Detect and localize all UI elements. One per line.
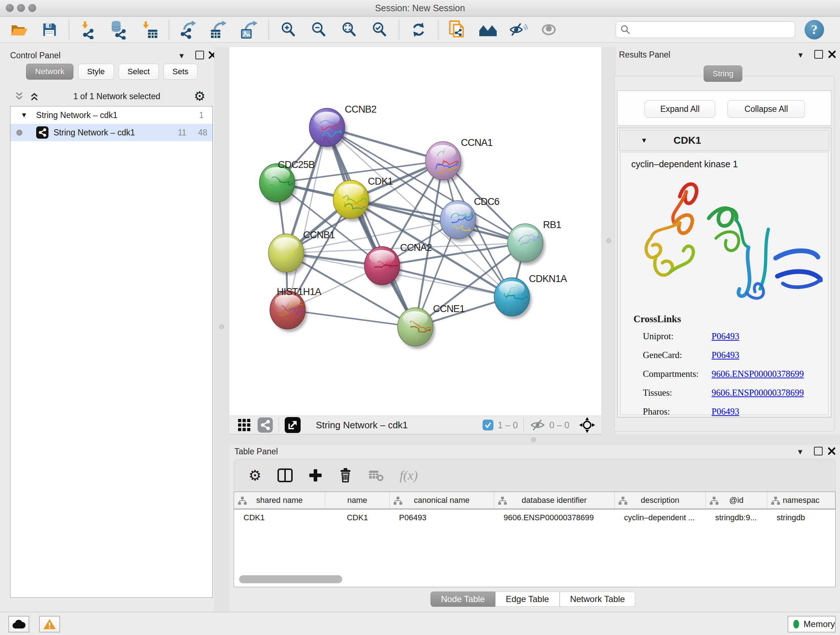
tab-string-results[interactable]: String: [704, 65, 742, 82]
save-session-icon[interactable]: [40, 20, 59, 40]
table-cell[interactable]: CDK1: [234, 513, 325, 523]
refresh-icon[interactable]: [409, 20, 428, 40]
collapse-section-icon[interactable]: ▼: [641, 136, 647, 144]
node-label: HIST1H1A: [277, 287, 321, 297]
close-panel-icon[interactable]: [827, 50, 837, 59]
network-node[interactable]: RB1: [508, 219, 561, 265]
crosslink-value[interactable]: P06493: [712, 331, 739, 341]
tab-edge-table[interactable]: Edge Table: [495, 592, 560, 607]
table-cell[interactable]: stringdb:9...: [706, 513, 767, 523]
crosslink-value[interactable]: P06493: [712, 350, 739, 360]
zoom-fit-icon[interactable]: [339, 20, 359, 40]
tab-network-table[interactable]: Network Table: [560, 592, 636, 607]
tab-select[interactable]: Select: [118, 64, 159, 80]
network-options-gear-icon[interactable]: ⚙: [194, 90, 205, 103]
table-row[interactable]: CDK1CDK1P064939606.ENSP00000378699cyclin…: [234, 509, 835, 526]
clone-network-icon[interactable]: [448, 20, 467, 40]
panel-menu-icon[interactable]: ▼: [797, 51, 804, 59]
network-canvas[interactable]: CCNB2CCNA1CDC25BCDK1CDC6RB1CCNB1CCNA2CDK…: [229, 47, 601, 416]
expand-all-tree-icon[interactable]: [14, 91, 25, 101]
import-network-icon[interactable]: [79, 20, 98, 40]
zoom-selected-icon[interactable]: [370, 20, 389, 40]
tab-node-table[interactable]: Node Table: [431, 592, 495, 607]
import-table-icon[interactable]: [140, 20, 159, 40]
network-edge[interactable]: [327, 127, 415, 327]
show-columns-icon[interactable]: [278, 469, 293, 482]
gene-section-header[interactable]: ▼ CDK1: [619, 130, 829, 151]
horizontal-splitter[interactable]: [229, 434, 840, 445]
zoom-out-icon[interactable]: [309, 20, 328, 40]
open-session-icon[interactable]: [9, 20, 29, 40]
function-builder-icon[interactable]: f(x): [400, 468, 418, 483]
show-all-icon[interactable]: [539, 20, 559, 40]
collapse-collection-icon[interactable]: ▼: [21, 111, 27, 119]
column-header-database-identifier[interactable]: database identifier: [494, 492, 615, 509]
export-image-icon[interactable]: [240, 20, 259, 40]
network-collection-row[interactable]: ▼ String Network – cdk1 1: [11, 106, 212, 124]
horizontal-scrollbar[interactable]: [239, 575, 342, 583]
delete-table-icon[interactable]: [369, 469, 384, 481]
column-header-description[interactable]: description: [615, 492, 706, 509]
hidden-eye-icon[interactable]: [530, 418, 546, 432]
table-cell[interactable]: cyclin–dependent ...: [615, 513, 706, 523]
search-input[interactable]: [634, 25, 790, 35]
column-header-shared-name[interactable]: shared name: [234, 492, 325, 509]
left-splitter[interactable]: [214, 47, 229, 612]
cloud-status-button[interactable]: [8, 616, 29, 632]
crosslink-value[interactable]: P06493: [712, 407, 739, 417]
network-edge[interactable]: [287, 127, 327, 310]
selected-checkbox-icon[interactable]: [483, 420, 493, 431]
network-node[interactable]: CCNE1: [398, 303, 465, 349]
table-cell[interactable]: P06493: [390, 513, 494, 523]
panel-menu-icon[interactable]: ▼: [178, 52, 185, 59]
first-neighbors-icon[interactable]: [478, 20, 498, 40]
network-node[interactable]: CDC25B: [259, 159, 315, 205]
network-node[interactable]: CDK1: [333, 176, 393, 222]
column-header-name[interactable]: name: [325, 492, 390, 509]
column-header--id[interactable]: @id: [706, 492, 767, 509]
float-panel-icon[interactable]: [195, 51, 204, 59]
network-node[interactable]: CCNA2: [364, 242, 432, 288]
network-node[interactable]: CDKN1A: [494, 273, 567, 319]
search-bar[interactable]: [616, 21, 795, 38]
table-options-gear-icon[interactable]: ⚙: [248, 468, 262, 483]
table-cell[interactable]: stringdb: [767, 513, 835, 523]
column-header-namespac[interactable]: namespac: [767, 492, 835, 509]
panel-menu-icon[interactable]: ▼: [797, 448, 804, 455]
crosslink-value[interactable]: 9606.ENSP00000378699: [712, 388, 804, 398]
table-cell[interactable]: 9606.ENSP00000378699: [494, 513, 615, 523]
add-column-icon[interactable]: [309, 469, 322, 482]
selected-node-edge-counts: 1 – 0: [498, 420, 518, 431]
column-header-canonical-name[interactable]: canonical name: [390, 492, 494, 509]
expand-all-button[interactable]: Expand All: [645, 100, 715, 118]
crosslink-label: GeneCard:: [643, 350, 712, 360]
network-node[interactable]: HIST1H1A: [270, 287, 321, 332]
memory-button[interactable]: Memory: [788, 616, 836, 632]
import-network-from-database-icon[interactable]: [109, 20, 129, 40]
collapse-all-button[interactable]: Collapse All: [728, 100, 805, 118]
network-row[interactable]: String Network – cdk1 11 48: [11, 124, 212, 141]
delete-column-icon[interactable]: [338, 468, 353, 483]
string-view-icon[interactable]: [257, 417, 273, 432]
tab-network[interactable]: Network: [26, 64, 73, 80]
help-icon[interactable]: ?: [805, 20, 824, 40]
float-panel-icon[interactable]: [814, 50, 823, 59]
right-splitter[interactable]: [601, 47, 616, 434]
export-table-icon[interactable]: [209, 20, 229, 40]
float-panel-icon[interactable]: [814, 447, 823, 455]
warning-status-button[interactable]: [39, 616, 60, 632]
birds-eye-view-icon[interactable]: [579, 417, 595, 433]
crosslink-row: Uniprot:P06493: [643, 327, 828, 346]
export-network-icon[interactable]: [179, 20, 198, 40]
hide-selected-icon[interactable]: [508, 20, 528, 40]
tab-style[interactable]: Style: [78, 64, 114, 80]
zoom-in-icon[interactable]: [279, 20, 298, 40]
crosslink-value[interactable]: 9606.ENSP00000378699: [712, 369, 804, 379]
collapse-all-tree-icon[interactable]: [29, 91, 40, 101]
table-cell[interactable]: CDK1: [325, 513, 390, 523]
close-panel-icon[interactable]: [827, 447, 836, 456]
network-node[interactable]: CCNB1: [268, 230, 335, 275]
tab-sets[interactable]: Sets: [164, 64, 197, 80]
grid-view-icon[interactable]: [237, 418, 251, 432]
open-in-new-window-icon[interactable]: [285, 417, 301, 433]
